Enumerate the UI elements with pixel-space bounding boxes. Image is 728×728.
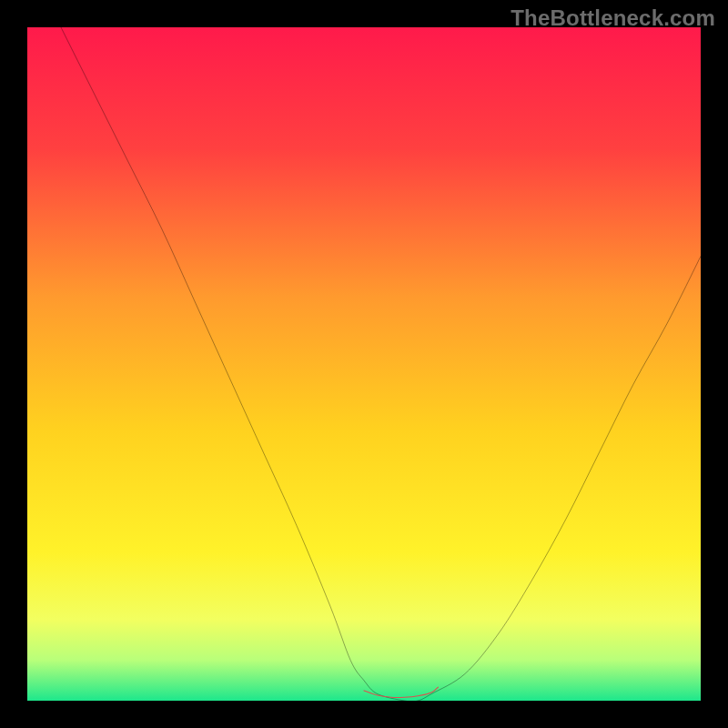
- bottleneck-curve: [61, 27, 701, 701]
- curve-layer: [27, 27, 701, 701]
- chart-frame: TheBottleneck.com: [0, 0, 728, 728]
- trough-marker: [364, 687, 438, 697]
- watermark-text: TheBottleneck.com: [511, 5, 715, 31]
- plot-area: [27, 27, 701, 701]
